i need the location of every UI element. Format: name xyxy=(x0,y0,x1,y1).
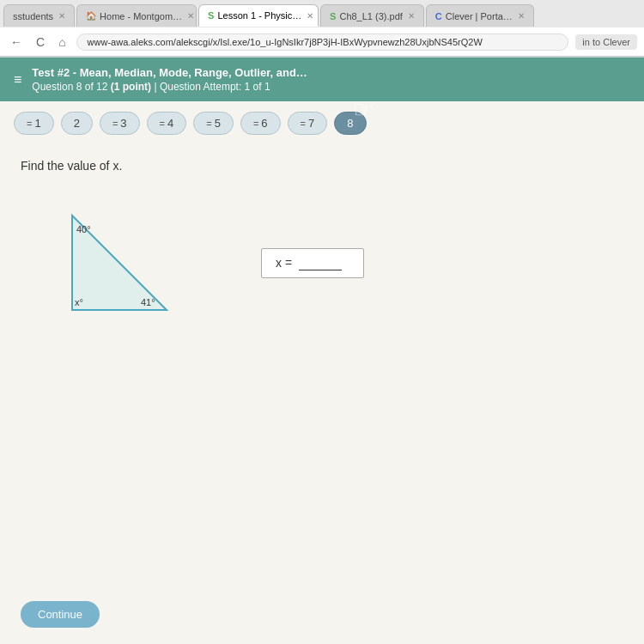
address-bar: ← C ⌂ www-awa.aleks.com/alekscgi/x/Isl.e… xyxy=(0,27,644,57)
question-nav: = 1 2 = 3 = 4 = 5 = 6 = 7 8 ☞ xyxy=(0,101,644,145)
reload-button[interactable]: C xyxy=(33,33,48,51)
tab-lesson[interactable]: S Lesson 1 - Physic… ✕ xyxy=(198,4,319,27)
close-tab-icon[interactable]: ✕ xyxy=(408,11,415,21)
tab-label: sstudents xyxy=(13,11,53,21)
q-btn-8[interactable]: 8 ☞ xyxy=(334,112,366,135)
close-tab-icon[interactable]: ✕ xyxy=(518,11,525,21)
tab-favicon: S xyxy=(208,10,214,21)
angle-bottom-left-label: x° xyxy=(75,297,83,307)
angle-top-label: 40° xyxy=(76,224,91,234)
tab-favicon: S xyxy=(330,11,336,21)
close-tab-icon[interactable]: ✕ xyxy=(187,11,194,21)
question-area: Find the value of x. 40° x° 41° x = xyxy=(0,145,644,601)
diagram-answer-area: 40° x° 41° x = xyxy=(21,198,623,327)
question-number: Question 8 of 12 xyxy=(32,81,107,93)
answer-input-box: x = xyxy=(261,248,364,278)
angle-bottom-right-label: 41° xyxy=(141,297,155,307)
browser-chrome: sstudents ✕ 🏠 Home - Montgom… ✕ S Lesson… xyxy=(0,0,644,58)
header-title: Test #2 - Mean, Median, Mode, Range, Out… xyxy=(32,66,307,79)
question-prompt: Find the value of x. xyxy=(21,159,623,173)
back-button[interactable]: ← xyxy=(7,33,26,51)
q-btn-6[interactable]: = 6 xyxy=(240,112,281,135)
aleks-header: ≡ Test #2 - Mean, Median, Mode, Range, O… xyxy=(0,58,644,101)
tab-home[interactable]: 🏠 Home - Montgom… ✕ xyxy=(76,4,197,27)
close-tab-icon[interactable]: ✕ xyxy=(58,11,65,21)
continue-button[interactable]: Continue xyxy=(21,601,100,628)
tab-favicon: 🏠 xyxy=(86,11,96,21)
home-button[interactable]: ⌂ xyxy=(55,33,69,51)
triangle-svg: 40° x° 41° xyxy=(21,198,192,336)
url-bar[interactable]: www-awa.aleks.com/alekscgi/x/Isl.exe/1o_… xyxy=(76,33,569,51)
header-text: Test #2 - Mean, Median, Mode, Range, Out… xyxy=(32,66,307,93)
attempt-label: Question Attempt: 1 of 1 xyxy=(160,81,270,93)
answer-label: x = xyxy=(276,256,292,270)
tab-sstudents[interactable]: sstudents ✕ xyxy=(3,4,75,27)
tab-favicon: C xyxy=(435,11,442,21)
points-label: (1 point) xyxy=(111,81,151,93)
clever-link[interactable]: in to Clever xyxy=(575,34,637,50)
q-btn-4[interactable]: = 4 xyxy=(147,112,187,135)
tab-label: Ch8_L1 (3).pdf xyxy=(339,11,402,21)
q-btn-5[interactable]: = 5 xyxy=(193,112,234,135)
close-tab-icon[interactable]: ✕ xyxy=(307,11,313,21)
q-btn-7[interactable]: = 7 xyxy=(288,112,328,135)
header-subtitle: Question 8 of 12 (1 point) | Question At… xyxy=(32,81,307,93)
tab-pdf[interactable]: S Ch8_L1 (3).pdf ✕ xyxy=(320,4,424,27)
main-content: ≡ Test #2 - Mean, Median, Mode, Range, O… xyxy=(0,58,644,644)
triangle-diagram: 40° x° 41° xyxy=(21,198,192,327)
tab-label: Home - Montgom… xyxy=(100,11,182,21)
hamburger-icon[interactable]: ≡ xyxy=(14,72,21,88)
tab-bar: sstudents ✕ 🏠 Home - Montgom… ✕ S Lesson… xyxy=(0,0,644,27)
q-btn-2[interactable]: 2 xyxy=(61,112,93,135)
q-btn-3[interactable]: = 3 xyxy=(100,112,140,135)
q-btn-1[interactable]: = 1 xyxy=(14,112,54,135)
tab-clever[interactable]: C Clever | Porta… ✕ xyxy=(426,4,534,27)
answer-input[interactable] xyxy=(299,256,342,270)
tab-label: Clever | Porta… xyxy=(446,11,513,21)
tab-label: Lesson 1 - Physic… xyxy=(217,10,301,21)
